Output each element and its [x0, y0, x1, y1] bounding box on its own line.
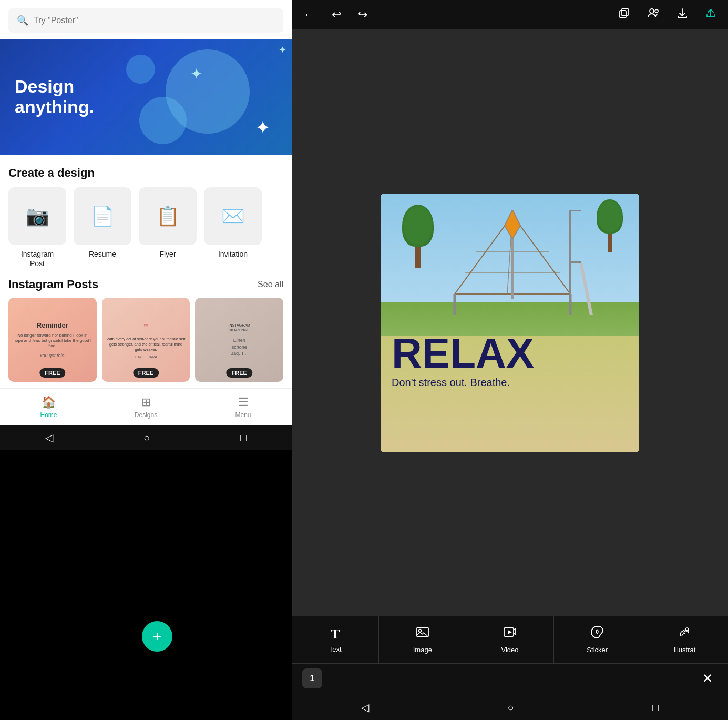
tool-video[interactable]: Video	[466, 616, 553, 663]
banner-decoration: ✦ ✦ ✦	[88, 39, 292, 155]
designs-icon: ⊞	[141, 396, 151, 409]
sticker-label: Sticker	[587, 646, 608, 654]
search-bar[interactable]: 🔍	[8, 8, 283, 33]
download-button[interactable]	[673, 4, 691, 25]
close-editor-button[interactable]: ✕	[698, 668, 717, 688]
relax-subtitle: Don't stress out. Breathe.	[392, 377, 639, 389]
svg-point-20	[418, 630, 421, 632]
post-3-body: EinenschöneJag. T...	[229, 337, 250, 357]
flyer-icon: 📋	[156, 205, 180, 227]
post-3-content: INSTAGRAM16 Mai 2020 EinenschöneJag. T..…	[229, 323, 250, 357]
invitation-label: Invitation	[218, 249, 248, 259]
video-icon	[503, 625, 517, 643]
tool-sticker[interactable]: Sticker	[554, 616, 641, 663]
design-type-resume[interactable]: 📄 Resume	[74, 187, 131, 268]
right-panel: ← ↩ ↪	[292, 0, 728, 720]
home-icon: 🏠	[42, 396, 56, 409]
illustrat-icon	[678, 625, 691, 643]
back-btn-left[interactable]: ◁	[45, 431, 53, 444]
svg-line-5	[512, 215, 570, 294]
design-type-instagram[interactable]: 📷 InstagramPost	[8, 187, 66, 268]
design-type-invitation[interactable]: ✉️ Invitation	[204, 187, 262, 268]
people-button[interactable]	[644, 4, 663, 25]
canvas-area: RELAX Don't stress out. Breathe.	[292, 29, 728, 616]
post-3-date: INSTAGRAM16 Mai 2020	[229, 323, 250, 333]
back-button[interactable]: ←	[300, 5, 318, 25]
star-icon-3: ✦	[279, 44, 286, 56]
invitation-card[interactable]: ✉️	[204, 187, 262, 245]
tool-image[interactable]: Image	[379, 616, 466, 663]
image-icon	[416, 625, 429, 643]
nav-home[interactable]: 🏠 Home	[0, 389, 97, 425]
undo-button[interactable]: ↩	[329, 5, 344, 25]
illustrat-label: Illustrat	[673, 646, 695, 654]
duplicate-button[interactable]	[616, 4, 633, 25]
design-type-grid: 📷 InstagramPost 📄 Resume 📋	[8, 187, 283, 268]
resume-card[interactable]: 📄	[74, 187, 131, 245]
star-icon-2: ✦	[255, 117, 271, 139]
tool-items-row: T Text Image	[292, 616, 728, 663]
invitation-icon: ✉️	[221, 205, 245, 227]
svg-point-3	[655, 9, 658, 13]
nav-home-label: Home	[40, 411, 57, 419]
circle-small	[126, 55, 155, 84]
editor-toolbar: ← ↩ ↪	[292, 0, 728, 29]
star-icon-1: ✦	[190, 65, 202, 83]
recent-btn-right[interactable]: □	[652, 702, 659, 714]
relax-text: RELAX	[392, 332, 639, 374]
share-button[interactable]	[702, 4, 720, 25]
nav-designs[interactable]: ⊞ Designs	[97, 389, 194, 425]
post-1-badge: FREE	[39, 368, 65, 378]
left-scroll-area: Create a design 📷 InstagramPost 📄 Resume	[0, 155, 292, 388]
flyer-card[interactable]: 📋	[139, 187, 197, 245]
instagram-posts-title: Instagram Posts	[8, 278, 98, 291]
nav-menu-label: Menu	[235, 411, 251, 419]
bottom-nav: 🏠 Home ⊞ Designs ☰ Menu	[0, 388, 292, 425]
tool-text[interactable]: T Text	[292, 616, 379, 663]
system-nav-left: ◁ ○ □	[0, 425, 292, 450]
video-label: Video	[501, 646, 519, 654]
recent-btn-left[interactable]: □	[240, 432, 247, 444]
post-card-1[interactable]: Reminder No longer forward nor behind I …	[8, 298, 97, 382]
circle-medium	[139, 97, 187, 144]
post-1-title: Reminder	[13, 321, 93, 330]
back-btn-right[interactable]: ◁	[361, 701, 369, 714]
post-3-badge: FREE	[227, 368, 252, 378]
hero-banner: Design anything. ✦ ✦ ✦	[0, 39, 292, 155]
svg-marker-22	[508, 630, 512, 634]
text-label: Text	[329, 645, 342, 653]
tool-illustrat[interactable]: Illustrat	[641, 616, 728, 663]
canvas-background: RELAX Don't stress out. Breathe.	[381, 194, 639, 452]
post-2-content: " With every act of self-care your authe…	[106, 320, 186, 359]
design-type-flyer[interactable]: 📋 Flyer	[139, 187, 197, 268]
svg-marker-14	[505, 210, 520, 239]
nav-menu[interactable]: ☰ Menu	[194, 389, 292, 425]
post-1-body: No longer forward nor behind I look in h…	[13, 333, 93, 349]
menu-icon: ☰	[238, 396, 249, 409]
see-all-link[interactable]: See all	[258, 280, 283, 289]
post-card-2-inner: " With every act of self-care your authe…	[102, 298, 190, 382]
svg-rect-0	[620, 11, 626, 18]
post-card-2[interactable]: " With every act of self-care your authe…	[102, 298, 190, 382]
playground-structure	[423, 210, 602, 315]
post-card-3[interactable]: INSTAGRAM16 Mai 2020 EinenschöneJag. T..…	[195, 298, 283, 382]
nav-designs-label: Designs	[135, 411, 157, 419]
flyer-label: Flyer	[159, 249, 176, 259]
fab-button[interactable]: +	[142, 621, 172, 652]
editor-bottom: T Text Image	[292, 616, 728, 695]
post-1-footer: You got this!	[13, 352, 93, 359]
search-input[interactable]	[34, 16, 275, 25]
instagram-label: InstagramPost	[21, 249, 54, 268]
page-indicator[interactable]: 1	[302, 668, 322, 688]
instagram-posts-header: Instagram Posts See all	[8, 278, 283, 291]
home-btn-left[interactable]: ○	[143, 432, 150, 444]
design-canvas: RELAX Don't stress out. Breathe.	[381, 194, 639, 452]
svg-line-15	[581, 262, 591, 315]
instagram-card[interactable]: 📷	[8, 187, 66, 245]
sticker-icon	[590, 625, 604, 643]
post-1-content: Reminder No longer forward nor behind I …	[13, 321, 93, 359]
svg-rect-1	[622, 8, 628, 16]
home-btn-right[interactable]: ○	[507, 702, 514, 714]
redo-button[interactable]: ↪	[355, 5, 371, 25]
post-2-quote: "	[106, 320, 186, 337]
